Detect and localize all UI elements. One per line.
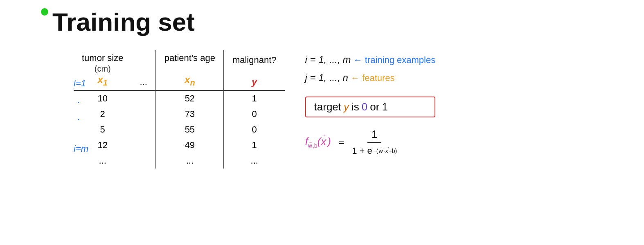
- cell-r5-c2: [131, 153, 155, 169]
- formula-equals: =: [338, 136, 345, 148]
- col4-header: malignant? y: [224, 50, 285, 90]
- col2-header: ...: [131, 50, 155, 90]
- annotations-area: i = 1, ..., m ← training examples j = 1,…: [305, 48, 436, 156]
- target-box: target y is 0 or 1: [305, 97, 436, 117]
- page-container: Training set i=1 · · i=m: [0, 0, 644, 245]
- cell-r1-c2: [131, 90, 155, 106]
- cell-r1-c4: 1: [224, 90, 285, 106]
- cell-r1-c3: 52: [156, 90, 224, 106]
- table-row: ... ... ...: [74, 153, 285, 169]
- cell-r2-c2: [131, 106, 155, 122]
- page-title: Training set: [52, 8, 195, 36]
- data-table: tumor size (cm) x1 ... patient's age xn: [74, 50, 285, 169]
- cell-r1-c1: 10: [74, 90, 131, 106]
- cell-r2-c3: 73: [156, 106, 224, 122]
- cell-r2-c4: 0: [224, 106, 285, 122]
- title-area: Training set: [41, 8, 628, 36]
- row-label-dots2: ·: [77, 112, 80, 126]
- formula-lhs: fw→,b(x→): [305, 135, 331, 149]
- formula-numerator: 1: [367, 128, 381, 143]
- cell-r4-c2: [131, 137, 155, 153]
- table-row: 2 73 0: [74, 106, 285, 122]
- main-content: i=1 · · i=m tumor size (cm) x1: [41, 48, 628, 169]
- col3-header: patient's age xn: [156, 50, 224, 90]
- table-section: i=1 · · i=m tumor size (cm) x1: [74, 50, 285, 169]
- cell-r5-c3: ...: [156, 153, 224, 169]
- cell-r3-c1: 5: [74, 122, 131, 137]
- table-row: 5 55 0: [74, 122, 285, 137]
- cell-r5-c4: ...: [224, 153, 285, 169]
- annotation-features: j = 1, ..., n ← features: [305, 70, 436, 85]
- cell-r2-c1: 2: [74, 106, 131, 122]
- row-label-i1: i=1: [74, 78, 86, 89]
- row-label-dots1: ·: [77, 95, 80, 108]
- table-row: 10 52 1: [74, 90, 285, 106]
- cell-r4-c4: 1: [224, 137, 285, 153]
- cell-r3-c2: [131, 122, 155, 137]
- annotation-training-examples: i = 1, ..., m ← training examples: [305, 52, 436, 67]
- row-label-im: i=m: [74, 144, 88, 154]
- cell-r3-c4: 0: [224, 122, 285, 137]
- formula-fraction: 1 1 + e −(w→·x→+b): [352, 128, 397, 156]
- cell-r4-c3: 49: [156, 137, 224, 153]
- cell-r5-c1: ...: [74, 153, 131, 169]
- formula-container: fw→,b(x→) = 1 1 + e −(w→·x→+b): [305, 128, 436, 156]
- cell-r3-c3: 55: [156, 122, 224, 137]
- table-header-row: tumor size (cm) x1 ... patient's age xn: [74, 50, 285, 90]
- green-dot: [41, 8, 48, 16]
- formula-denominator: 1 + e −(w→·x→+b): [352, 144, 397, 156]
- table-row: 12 49 1: [74, 137, 285, 153]
